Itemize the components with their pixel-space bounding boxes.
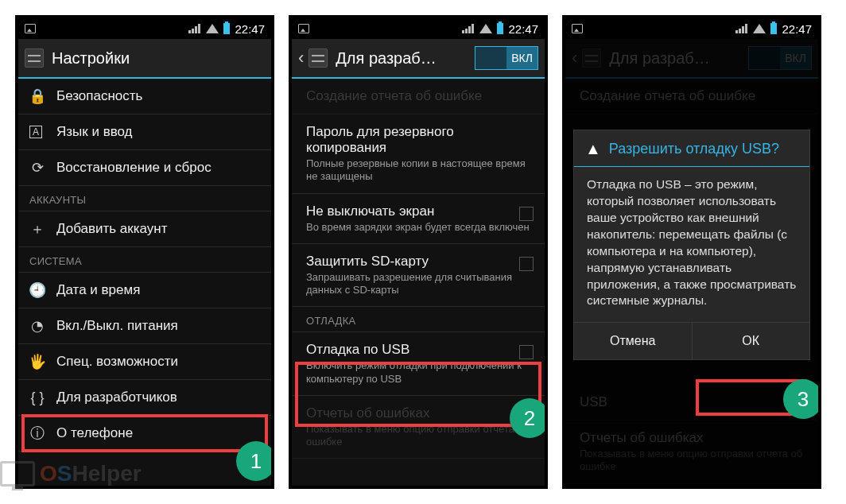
status-bar: 22:47	[292, 18, 545, 39]
picture-icon	[25, 24, 36, 33]
item-bugreport-menu[interactable]: Отчеты об ошибкахПоказывать в меню опцию…	[292, 396, 545, 459]
ok-button[interactable]: ОК	[692, 323, 810, 359]
usb-dialog: ▲ Разрешить отладку USB? Отладка по USB …	[573, 130, 810, 360]
keyboard-icon: A	[29, 126, 42, 138]
checkbox[interactable]	[519, 207, 534, 221]
item-protect-sd[interactable]: Защитить SD-картуЗапрашивать разрешение …	[292, 244, 545, 308]
step-badge-1: 1	[236, 441, 274, 481]
clock: 22:47	[782, 22, 812, 36]
item-language[interactable]: AЯзык и ввод	[18, 114, 271, 150]
restore-icon: ⟳	[29, 160, 45, 176]
phone-1: 22:47 Настройки 🔒Безопасность AЯзык и вв…	[15, 15, 274, 489]
battery-icon	[497, 23, 503, 34]
signal-icon	[735, 24, 748, 33]
cancel-button[interactable]: Отмена	[574, 323, 692, 359]
item-datetime[interactable]: 🕘Дата и время	[18, 273, 271, 308]
clock-icon: 🕘	[29, 282, 45, 298]
dev-toggle[interactable]: ВКЛ	[475, 46, 538, 70]
item-usb-debugging[interactable]: Отладка по USBВключить режим отладки при…	[292, 332, 545, 396]
status-bar: 22:47	[18, 18, 271, 39]
item-accessibility[interactable]: 🖐Спец. возможности	[18, 344, 271, 380]
picture-icon	[298, 24, 309, 33]
item-security[interactable]: 🔒Безопасность	[18, 79, 271, 114]
item-bug-report[interactable]: Создание отчета об ошибке	[292, 79, 545, 114]
header-accounts: АККАУНТЫ	[18, 186, 271, 211]
dev-list: Создание отчета об ошибке Пароль для рез…	[292, 79, 545, 486]
action-bar: ‹ Для разраб… ВКЛ	[292, 39, 545, 79]
warning-icon: ▲	[585, 140, 601, 158]
settings-icon	[25, 48, 44, 68]
signal-icon	[462, 24, 475, 33]
signal-icon	[188, 24, 201, 33]
phone-2: 22:47 ‹ Для разраб… ВКЛ Создание отчета …	[289, 15, 548, 489]
back-icon[interactable]: ‹	[298, 48, 304, 68]
battery-icon	[770, 23, 777, 34]
lock-icon: 🔒	[29, 88, 45, 104]
item-developer[interactable]: { }Для разработчиков	[18, 380, 271, 416]
checkbox[interactable]	[519, 345, 534, 359]
plus-icon: ＋	[29, 221, 45, 237]
item-add-account[interactable]: ＋Добавить аккаунт	[18, 211, 271, 247]
item-backup[interactable]: ⟳Восстановление и сброс	[18, 150, 271, 186]
header-debugging: ОТЛАДКА	[292, 307, 545, 332]
settings-list: 🔒Безопасность AЯзык и ввод ⟳Восстановлен…	[18, 79, 271, 486]
monitor-icon	[0, 461, 35, 487]
step-badge-2: 2	[510, 398, 548, 438]
clock: 22:47	[235, 22, 265, 36]
settings-icon	[309, 48, 328, 68]
braces-icon: { }	[29, 390, 45, 405]
picture-icon	[572, 24, 583, 33]
clock: 22:47	[508, 22, 538, 36]
action-bar: Настройки	[18, 39, 271, 79]
step-badge-3: 3	[783, 379, 821, 419]
phone-3: 22:47 ‹ Для разраб… ВКЛ Создание отчета …	[562, 15, 821, 489]
item-stay-awake[interactable]: Не выключать экранВо время зарядки экран…	[292, 194, 545, 244]
item-power[interactable]: ◔Вкл./Выкл. питания	[18, 308, 271, 344]
watermark: OSHelper	[0, 461, 142, 487]
dialog-header: ▲ Разрешить отладку USB?	[574, 130, 809, 167]
wifi-icon	[479, 24, 492, 33]
dialog-footer: Отмена ОК	[574, 322, 809, 359]
wifi-icon	[206, 24, 219, 33]
item-about[interactable]: ⓘО телефоне	[18, 416, 271, 452]
hand-icon: 🖐	[29, 354, 45, 370]
header-system: СИСТЕМА	[18, 247, 271, 273]
info-icon: ⓘ	[29, 425, 45, 441]
checkbox[interactable]	[519, 257, 534, 271]
dialog-title: Разрешить отладку USB?	[609, 141, 779, 157]
page-title: Для разраб…	[336, 49, 437, 68]
wifi-icon	[753, 24, 766, 33]
dialog-body: Отладка по USB – это режим, который позв…	[574, 167, 809, 322]
item-backup-password[interactable]: Пароль для резервного копированияПолные …	[292, 114, 545, 194]
battery-icon	[223, 23, 230, 34]
power-icon: ◔	[29, 318, 45, 334]
status-bar: 22:47	[565, 18, 818, 39]
page-title: Настройки	[52, 49, 130, 68]
